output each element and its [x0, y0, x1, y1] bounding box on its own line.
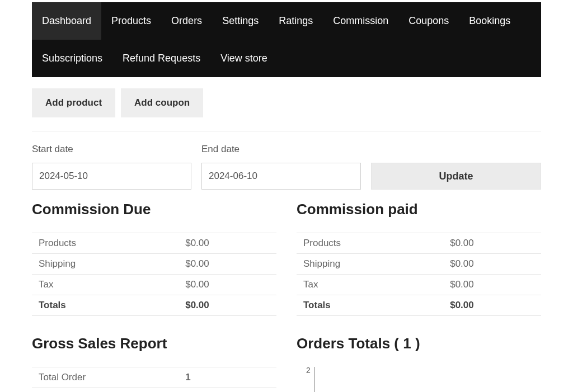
main-nav: DashboardProductsOrdersSettingsRatingsCo…: [32, 2, 541, 77]
row-label: Shipping: [297, 254, 443, 275]
table-row: Products$0.00: [297, 233, 541, 254]
row-label: Totals: [32, 295, 179, 316]
start-date-label: Start date: [32, 144, 191, 155]
row-label: Total Order: [32, 367, 179, 388]
table-row: Shipping$0.00: [32, 254, 276, 275]
end-date-input[interactable]: [201, 163, 361, 190]
commission-paid-title: Commission paid: [297, 201, 541, 218]
date-filter-row: Start date End date Update: [32, 144, 541, 190]
row-label: Tax: [297, 275, 443, 295]
gross-sales-panel: Gross Sales Report Total Order1Total Pro…: [32, 335, 276, 392]
update-button[interactable]: Update: [371, 163, 541, 190]
table-row: Total Product Sold1: [32, 388, 276, 393]
nav-item-bookings[interactable]: Bookings: [459, 2, 520, 40]
table-row: Tax$0.00: [32, 275, 276, 295]
row-value: $0.00: [443, 275, 541, 295]
orders-totals-title: Orders Totals ( 1 ): [297, 335, 541, 352]
row-value: $0.00: [443, 295, 541, 316]
row-value: 1: [179, 388, 276, 393]
gross-sales-title: Gross Sales Report: [32, 335, 276, 352]
add-product-button[interactable]: Add product: [32, 88, 115, 117]
add-coupon-button[interactable]: Add coupon: [121, 88, 203, 117]
row-value: $0.00: [179, 295, 276, 316]
gross-sales-table: Total Order1Total Product Sold1: [32, 367, 276, 392]
row-label: Products: [32, 233, 179, 254]
nav-item-settings[interactable]: Settings: [212, 2, 269, 40]
row-value: $0.00: [443, 254, 541, 275]
nav-item-refund-requests[interactable]: Refund Requests: [112, 40, 210, 77]
orders-totals-panel: Orders Totals ( 1 ) 2: [297, 335, 541, 392]
row-label: Tax: [32, 275, 179, 295]
nav-item-ratings[interactable]: Ratings: [269, 2, 323, 40]
commission-due-table: Products$0.00Shipping$0.00Tax$0.00Totals…: [32, 233, 276, 316]
nav-item-coupons[interactable]: Coupons: [398, 2, 459, 40]
row-label: Products: [297, 233, 443, 254]
row-value: 1: [179, 367, 276, 388]
nav-item-products[interactable]: Products: [101, 2, 161, 40]
table-row: Totals$0.00: [297, 295, 541, 316]
nav-item-dashboard[interactable]: Dashboard: [32, 2, 101, 40]
table-row: Total Order1: [32, 367, 276, 388]
nav-item-orders[interactable]: Orders: [161, 2, 212, 40]
commission-due-title: Commission Due: [32, 201, 276, 218]
nav-item-subscriptions[interactable]: Subscriptions: [32, 40, 112, 77]
row-value: $0.00: [443, 233, 541, 254]
row-label: Totals: [297, 295, 443, 316]
table-row: Products$0.00: [32, 233, 276, 254]
nav-item-view-store[interactable]: View store: [210, 40, 278, 77]
chart-y-tick: 2: [306, 366, 311, 375]
start-date-input[interactable]: [32, 163, 191, 190]
row-value: $0.00: [179, 233, 276, 254]
nav-item-commission[interactable]: Commission: [323, 2, 398, 40]
row-value: $0.00: [179, 254, 276, 275]
row-value: $0.00: [179, 275, 276, 295]
row-label: Shipping: [32, 254, 179, 275]
table-row: Tax$0.00: [297, 275, 541, 295]
end-date-label: End date: [201, 144, 361, 155]
divider: [32, 131, 541, 131]
commission-paid-panel: Commission paid Products$0.00Shipping$0.…: [297, 201, 541, 316]
commission-paid-table: Products$0.00Shipping$0.00Tax$0.00Totals…: [297, 233, 541, 316]
commission-due-panel: Commission Due Products$0.00Shipping$0.0…: [32, 201, 276, 316]
orders-chart: 2: [314, 367, 541, 392]
table-row: Totals$0.00: [32, 295, 276, 316]
action-bar: Add product Add coupon: [32, 77, 541, 129]
row-label: Total Product Sold: [32, 388, 179, 393]
table-row: Shipping$0.00: [297, 254, 541, 275]
